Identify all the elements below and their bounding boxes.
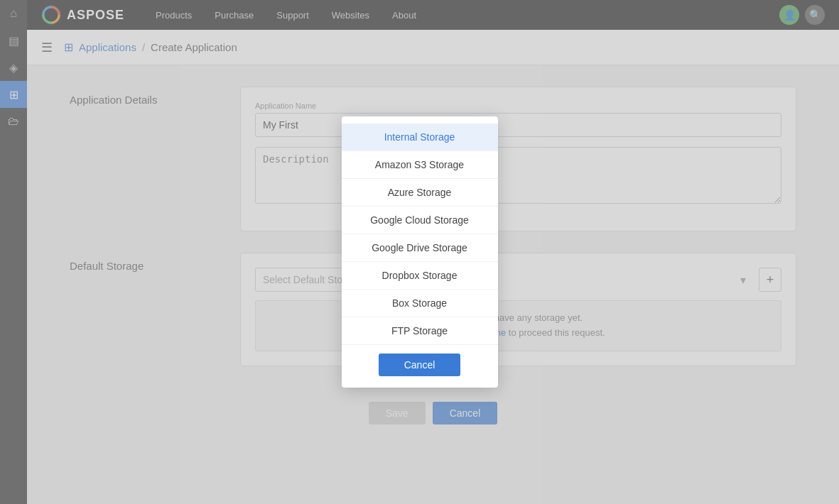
modal-cancel-button[interactable]: Cancel — [379, 354, 461, 376]
modal-option-ftp[interactable]: FTP Storage — [342, 317, 498, 345]
modal-overlay[interactable]: Internal Storage Amazon S3 Storage Azure… — [0, 0, 839, 504]
modal-option-dropbox[interactable]: Dropbox Storage — [342, 262, 498, 290]
storage-type-modal: Internal Storage Amazon S3 Storage Azure… — [342, 116, 498, 388]
modal-option-google-drive[interactable]: Google Drive Storage — [342, 234, 498, 262]
modal-option-amazon-s3[interactable]: Amazon S3 Storage — [342, 151, 498, 179]
modal-option-azure[interactable]: Azure Storage — [342, 179, 498, 207]
modal-option-google-cloud[interactable]: Google Cloud Storage — [342, 207, 498, 234]
modal-option-internal-storage[interactable]: Internal Storage — [342, 124, 498, 151]
modal-option-box[interactable]: Box Storage — [342, 290, 498, 317]
